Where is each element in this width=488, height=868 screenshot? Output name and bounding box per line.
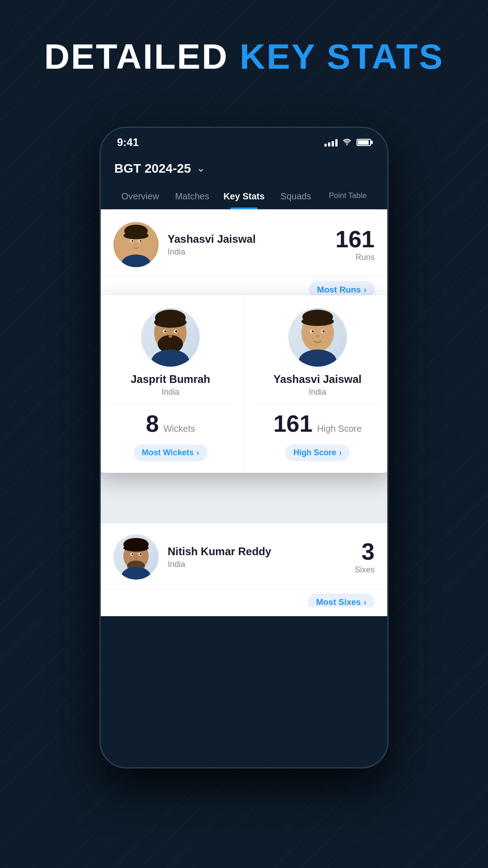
most-wickets-link[interactable]: Most Wickets › — [134, 444, 207, 461]
bumrah-country-popup: India — [162, 387, 179, 397]
most-sixes-card: Nitish Kumar Reddy India 3 Sixes Most Si… — [101, 524, 387, 616]
nitish-country: India — [168, 560, 271, 569]
avatar-bumrah-popup — [141, 308, 200, 367]
svg-point-26 — [311, 330, 314, 333]
high-score-link[interactable]: High Score › — [285, 444, 350, 461]
sixes-stat: 3 Sixes — [355, 540, 375, 575]
status-icons — [324, 137, 371, 148]
svg-point-10 — [122, 255, 150, 267]
dropdown-arrow[interactable]: ⌄ — [197, 163, 205, 175]
chevron-right-highscore: › — [339, 448, 342, 458]
phone-mockup: 9:41 BGT 2024-25 ⌄ — [99, 127, 389, 769]
highscore-label: High Score — [317, 424, 362, 434]
svg-point-18 — [175, 330, 178, 333]
nav-tabs: Overview Matches Key Stats Squads Point … — [114, 185, 374, 209]
highscore-panel: Yashasvi Jaiswal India 161 High Score Hi… — [244, 295, 388, 473]
stat-display: 161 Runs — [335, 227, 375, 262]
content-area: Yashasvi Jaiswal India 161 Runs Most Run… — [101, 209, 387, 616]
bowling-figure-card: Jasprit Bumrah India 30/5 Bowling Figure — [101, 607, 387, 616]
wifi-icon — [342, 137, 352, 148]
nitish-details: Nitish Kumar Reddy India — [168, 545, 271, 569]
svg-point-9 — [135, 244, 137, 245]
sixes-label: Sixes — [355, 565, 375, 575]
svg-point-28 — [316, 335, 319, 338]
svg-point-19 — [169, 335, 172, 338]
highscore-number: 161 — [273, 410, 313, 437]
avatar-yashasvi-main — [113, 222, 159, 267]
series-name: BGT 2024-25 — [114, 161, 191, 176]
avatar-yashasvi-popup — [288, 308, 347, 367]
tab-point-table[interactable]: Point Table — [322, 185, 374, 209]
highscore-stat: 161 High Score — [273, 410, 362, 437]
page-header: DETAILED KEY STATS — [0, 0, 488, 100]
yashasvi-country-popup: India — [309, 387, 326, 397]
series-selector[interactable]: BGT 2024-25 ⌄ — [114, 161, 374, 185]
svg-point-13 — [154, 317, 187, 328]
wickets-number: 8 — [146, 410, 159, 437]
tab-key-stats[interactable]: Key Stats — [218, 185, 270, 209]
svg-point-37 — [140, 553, 141, 555]
tab-squads[interactable]: Squads — [270, 185, 322, 209]
sixes-number: 3 — [355, 540, 375, 563]
player-country-main: India — [168, 247, 256, 257]
wickets-stat: 8 Wickets — [146, 410, 195, 437]
chevron-right-wickets: › — [197, 448, 199, 458]
wickets-panel: Jasprit Bumrah India 8 Wickets Most Wick… — [101, 295, 244, 473]
player-details: Yashasvi Jaiswal India — [168, 233, 256, 257]
svg-point-8 — [140, 240, 141, 242]
stat-label-runs: Runs — [335, 253, 375, 262]
player-name-main: Yashasvi Jaiswal — [168, 233, 256, 245]
svg-point-36 — [131, 553, 133, 555]
nitish-name: Nitish Kumar Reddy — [168, 545, 271, 558]
page-title: DETAILED KEY STATS — [0, 36, 488, 77]
app-header: BGT 2024-25 ⌄ Overview Matches Key Stats… — [101, 154, 387, 209]
svg-point-27 — [322, 330, 324, 333]
tab-matches[interactable]: Matches — [166, 185, 218, 209]
svg-point-7 — [131, 240, 133, 242]
yashasvi-name-popup: Yashasvi Jaiswal — [273, 373, 361, 386]
avatar-nitish — [113, 534, 159, 580]
svg-point-17 — [164, 330, 167, 333]
nitish-info: Nitish Kumar Reddy India — [113, 534, 271, 580]
tab-overview[interactable]: Overview — [114, 185, 166, 209]
svg-point-0 — [347, 144, 348, 145]
svg-point-4 — [123, 232, 149, 239]
battery-icon — [357, 139, 371, 146]
popup-card: Jasprit Bumrah India 8 Wickets Most Wick… — [101, 295, 387, 473]
signal-icon — [324, 138, 338, 146]
most-runs-card: Yashasvi Jaiswal India 161 Runs Most Run… — [101, 209, 387, 309]
wickets-label: Wickets — [164, 424, 195, 434]
bumrah-name-popup: Jasprit Bumrah — [131, 373, 210, 386]
chevron-right-sixes: › — [364, 597, 366, 607]
player-info: Yashasvi Jaiswal India — [113, 222, 256, 267]
status-bar: 9:41 — [101, 128, 387, 154]
svg-point-39 — [122, 567, 150, 580]
svg-point-32 — [123, 544, 149, 552]
stat-number-runs: 161 — [335, 227, 375, 251]
svg-point-23 — [301, 317, 334, 326]
chevron-right-icon: › — [364, 285, 366, 295]
svg-point-20 — [151, 349, 189, 367]
clock: 9:41 — [117, 136, 139, 149]
svg-point-38 — [135, 557, 137, 559]
svg-point-29 — [299, 349, 337, 367]
